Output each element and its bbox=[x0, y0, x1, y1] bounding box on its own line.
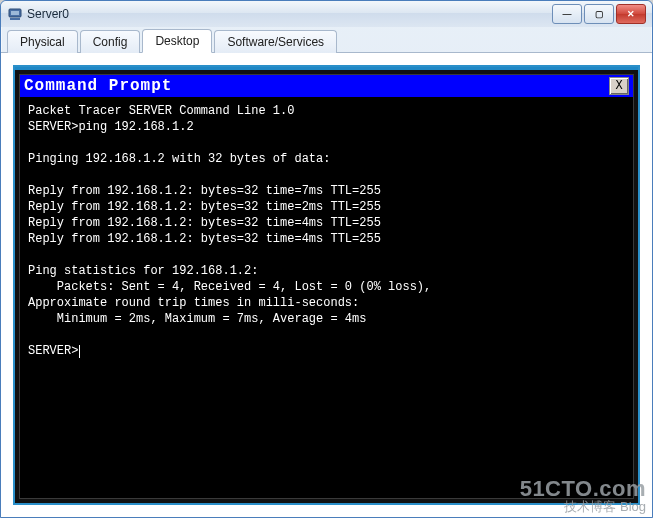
terminal-line: Reply from 192.168.1.2: bytes=32 time=7m… bbox=[28, 184, 381, 198]
tab-config[interactable]: Config bbox=[80, 30, 141, 53]
terminal-line: Packet Tracer SERVER Command Line 1.0 bbox=[28, 104, 294, 118]
terminal-line: Minimum = 2ms, Maximum = 7ms, Average = … bbox=[28, 312, 366, 326]
content-area: Command Prompt X Packet Tracer SERVER Co… bbox=[1, 53, 652, 517]
svg-rect-1 bbox=[11, 11, 19, 15]
terminal-body[interactable]: Packet Tracer SERVER Command Line 1.0 SE… bbox=[20, 97, 633, 498]
terminal-line: Reply from 192.168.1.2: bytes=32 time=2m… bbox=[28, 200, 381, 214]
app-icon bbox=[7, 6, 23, 22]
tab-physical[interactable]: Physical bbox=[7, 30, 78, 53]
command-prompt-titlebar[interactable]: Command Prompt X bbox=[20, 75, 633, 97]
command-prompt-close-button[interactable]: X bbox=[609, 77, 629, 95]
maximize-button[interactable]: ▢ bbox=[584, 4, 614, 24]
tab-desktop[interactable]: Desktop bbox=[142, 29, 212, 53]
terminal-line: Approximate round trip times in milli-se… bbox=[28, 296, 359, 310]
app-window: Server0 — ▢ ✕ Physical Config Desktop So… bbox=[0, 0, 653, 518]
terminal-line: Reply from 192.168.1.2: bytes=32 time=4m… bbox=[28, 232, 381, 246]
terminal-line: Packets: Sent = 4, Received = 4, Lost = … bbox=[28, 280, 431, 294]
desktop-stripe bbox=[15, 67, 638, 70]
terminal-line: Ping statistics for 192.168.1.2: bbox=[28, 264, 258, 278]
svg-rect-2 bbox=[10, 18, 20, 20]
minimize-button[interactable]: — bbox=[552, 4, 582, 24]
tabs-row: Physical Config Desktop Software/Service… bbox=[1, 27, 652, 53]
tab-software-services[interactable]: Software/Services bbox=[214, 30, 337, 53]
close-button[interactable]: ✕ bbox=[616, 4, 646, 24]
command-prompt-title: Command Prompt bbox=[24, 77, 172, 95]
terminal-line: SERVER>ping 192.168.1.2 bbox=[28, 120, 194, 134]
terminal-line: Reply from 192.168.1.2: bytes=32 time=4m… bbox=[28, 216, 381, 230]
window-title: Server0 bbox=[27, 7, 550, 21]
terminal-prompt: SERVER> bbox=[28, 344, 78, 358]
desktop-frame: Command Prompt X Packet Tracer SERVER Co… bbox=[13, 65, 640, 505]
terminal-line: Pinging 192.168.1.2 with 32 bytes of dat… bbox=[28, 152, 330, 166]
window-titlebar[interactable]: Server0 — ▢ ✕ bbox=[1, 1, 652, 27]
command-prompt-window: Command Prompt X Packet Tracer SERVER Co… bbox=[19, 74, 634, 499]
cursor-icon bbox=[79, 345, 80, 358]
